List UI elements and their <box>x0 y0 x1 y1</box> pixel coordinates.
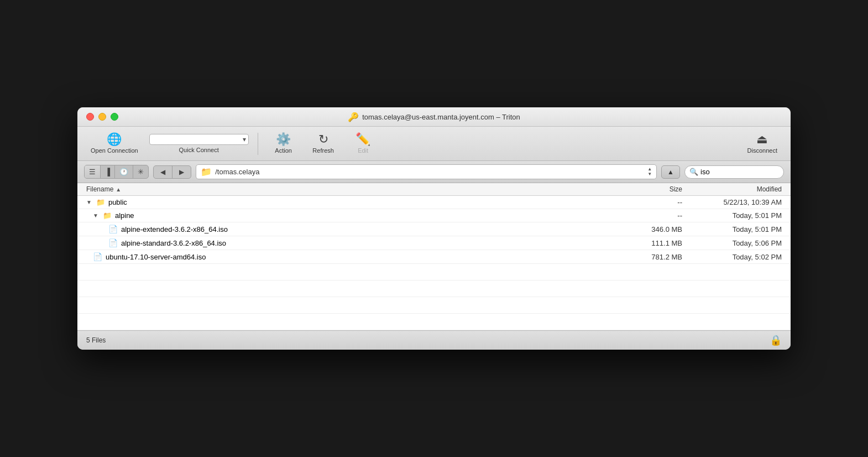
quick-connect-dropdown-arrow[interactable]: ▾ <box>243 136 246 143</box>
file-name-cell: 📄 ubuntu-17.10-server-amd64.iso <box>93 252 616 261</box>
action-icon: ⚙️ <box>276 133 291 146</box>
search-input[interactable] <box>700 168 791 176</box>
file-name-cell: ▼ 📁 alpine <box>93 211 616 220</box>
refresh-icon: ↻ <box>318 133 328 146</box>
file-name: alpine-standard-3.6.2-x86_64.iso <box>121 239 226 247</box>
search-icon: 🔍 <box>689 168 698 176</box>
sort-arrow-filename: ▲ <box>116 186 121 193</box>
file-name: alpine-extended-3.6.2-x86_64.iso <box>121 225 228 233</box>
toolbar: 🌐 Open Connection ▾ Quick Connect ⚙️ Act… <box>77 127 791 161</box>
path-bar: 📁 /tomas.celaya ▲ ▼ <box>196 164 657 179</box>
lock-icon: 🔒 <box>770 334 782 346</box>
file-count: 5 Files <box>86 336 106 344</box>
empty-row <box>77 281 791 297</box>
window-title: 🔑 tomas.celaya@us-east.manta.joyent.com … <box>348 112 520 122</box>
col-filename-header: Filename ▲ <box>86 185 616 193</box>
nav-arrow-buttons: ◀ ▶ <box>153 165 191 179</box>
file-modified: Today, 5:01 PM <box>682 225 782 233</box>
path-folder-icon: 📁 <box>201 167 212 177</box>
file-name: public <box>108 198 127 206</box>
history-view-button[interactable]: 🕐 <box>115 165 133 178</box>
main-window: 🔑 tomas.celaya@us-east.manta.joyent.com … <box>77 107 791 350</box>
file-modified: Today, 5:01 PM <box>682 211 782 220</box>
file-size: 781.2 MB <box>616 253 682 261</box>
toolbar-separator-1 <box>258 133 258 155</box>
empty-row <box>77 264 791 281</box>
up-button[interactable]: ▲ <box>661 165 680 179</box>
bookmarks-view-button[interactable]: ✳ <box>133 165 148 178</box>
back-button[interactable]: ◀ <box>154 166 172 178</box>
action-label: Action <box>275 147 292 154</box>
open-connection-label: Open Connection <box>91 147 138 154</box>
minimize-button[interactable] <box>98 113 106 121</box>
title-label: tomas.celaya@us-east.manta.joyent.com – … <box>362 113 520 121</box>
title-icon: 🔑 <box>348 112 359 122</box>
file-icon: 📄 <box>108 238 118 247</box>
path-stepper-down[interactable]: ▼ <box>647 172 652 176</box>
refresh-label: Refresh <box>312 147 334 154</box>
folder-icon: 📁 <box>96 198 105 206</box>
action-button[interactable]: ⚙️ Action <box>267 131 300 156</box>
open-connection-button[interactable]: 🌐 Open Connection <box>86 131 143 156</box>
refresh-button[interactable]: ↻ Refresh <box>307 131 340 156</box>
expand-triangle: ▼ <box>86 199 92 205</box>
traffic-lights <box>86 113 118 121</box>
quick-connect-label: Quick Connect <box>179 147 219 153</box>
col-size-header: Size <box>616 185 682 193</box>
file-size: -- <box>616 211 682 220</box>
file-size: 346.0 MB <box>616 225 682 233</box>
table-row[interactable]: 📄 ubuntu-17.10-server-amd64.iso 781.2 MB… <box>77 250 791 264</box>
close-button[interactable] <box>86 113 94 121</box>
edit-icon: ✏️ <box>355 133 370 146</box>
file-name: alpine <box>115 211 134 220</box>
open-connection-icon: 🌐 <box>107 133 122 146</box>
disconnect-button[interactable]: ⏏ Disconnect <box>743 131 782 156</box>
file-name-cell: ▼ 📁 public <box>86 198 616 206</box>
column-view-button[interactable]: ▐ <box>101 165 115 178</box>
nav-bar: ☰ ▐ 🕐 ✳ ◀ ▶ 📁 /tomas.celaya ▲ ▼ ▲ 🔍 ✕ <box>77 161 791 183</box>
file-size: -- <box>616 198 682 206</box>
empty-row <box>77 314 791 330</box>
table-row[interactable]: 📄 alpine-extended-3.6.2-x86_64.iso 346.0… <box>77 222 791 236</box>
file-modified: Today, 5:06 PM <box>682 239 782 247</box>
quick-connect-input[interactable] <box>152 136 243 143</box>
quick-connect-area: ▾ Quick Connect <box>149 134 249 153</box>
file-name: ubuntu-17.10-server-amd64.iso <box>106 253 206 261</box>
table-row[interactable]: 📄 alpine-standard-3.6.2-x86_64.iso 111.1… <box>77 236 791 250</box>
folder-icon: 📁 <box>103 211 112 220</box>
disconnect-icon: ⏏ <box>756 133 768 146</box>
file-list: Filename ▲ Size Modified ▼ 📁 public -- 5… <box>77 183 791 330</box>
file-name-cell: 📄 alpine-standard-3.6.2-x86_64.iso <box>108 238 616 247</box>
maximize-button[interactable] <box>111 113 118 121</box>
file-size: 111.1 MB <box>616 239 682 247</box>
table-row[interactable]: ▼ 📁 alpine -- Today, 5:01 PM <box>77 209 791 222</box>
title-bar: 🔑 tomas.celaya@us-east.manta.joyent.com … <box>77 107 791 127</box>
path-text: /tomas.celaya <box>215 168 644 176</box>
file-rows: ▼ 📁 public -- 5/22/13, 10:39 AM ▼ 📁 alpi… <box>77 196 791 330</box>
edit-label: Edit <box>358 147 368 154</box>
empty-row <box>77 297 791 314</box>
table-row[interactable]: ▼ 📁 public -- 5/22/13, 10:39 AM <box>77 196 791 209</box>
view-buttons: ☰ ▐ 🕐 ✳ <box>84 165 149 179</box>
edit-button[interactable]: ✏️ Edit <box>347 131 380 156</box>
path-stepper[interactable]: ▲ ▼ <box>647 167 652 176</box>
expand-triangle: ▼ <box>93 212 98 219</box>
file-icon: 📄 <box>108 225 118 233</box>
quick-connect-input-wrapper: ▾ <box>149 134 249 145</box>
file-icon: 📄 <box>93 252 102 261</box>
file-modified: Today, 5:02 PM <box>682 253 782 261</box>
file-list-header: Filename ▲ Size Modified <box>77 183 791 196</box>
disconnect-label: Disconnect <box>747 147 777 154</box>
list-view-button[interactable]: ☰ <box>85 165 101 178</box>
file-name-cell: 📄 alpine-extended-3.6.2-x86_64.iso <box>108 225 616 233</box>
forward-button[interactable]: ▶ <box>172 166 191 178</box>
file-modified: 5/22/13, 10:39 AM <box>682 198 782 206</box>
status-bar: 5 Files 🔒 <box>77 330 791 350</box>
path-stepper-up[interactable]: ▲ <box>647 167 652 172</box>
col-modified-header: Modified <box>682 185 782 193</box>
search-bar: 🔍 ✕ <box>684 165 784 179</box>
